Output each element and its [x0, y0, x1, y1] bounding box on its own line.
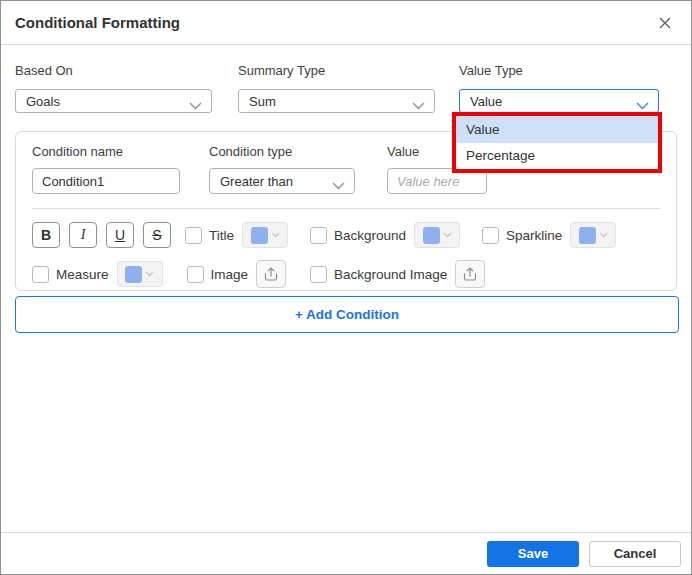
upload-icon [263, 266, 279, 282]
measure-label: Measure [56, 267, 109, 282]
image-upload-button[interactable] [256, 260, 286, 288]
value-type-value: Value [470, 94, 502, 109]
sparkline-color-picker[interactable] [570, 222, 616, 248]
chevron-down-icon [636, 98, 649, 113]
sparkline-checkbox[interactable] [482, 227, 499, 244]
sparkline-color-swatch [579, 227, 596, 244]
panel-divider [32, 208, 660, 209]
based-on-select[interactable]: Goals [15, 89, 212, 113]
title-checkbox[interactable] [185, 227, 202, 244]
italic-button[interactable]: I [69, 222, 97, 248]
based-on-label: Based On [15, 63, 212, 78]
condition-name-group: Condition name [32, 142, 180, 194]
bold-button[interactable]: B [32, 222, 60, 248]
summary-type-label: Summary Type [238, 63, 435, 78]
background-color-picker[interactable] [414, 222, 460, 248]
value-type-select[interactable]: Value [459, 89, 659, 113]
dropdown-option-percentage[interactable]: Percentage [456, 143, 658, 170]
background-color-swatch [423, 227, 440, 244]
background-image-toggle: Background Image [310, 260, 485, 288]
background-image-upload-button[interactable] [455, 260, 485, 288]
chevron-down-icon [412, 98, 425, 113]
chevron-down-icon [271, 232, 280, 238]
measure-toggle: Measure [32, 261, 163, 287]
value-type-label: Value Type [459, 63, 659, 78]
close-icon[interactable] [655, 13, 675, 33]
measure-color-picker[interactable] [117, 261, 163, 287]
condition-type-select[interactable]: Greater than [209, 168, 355, 194]
background-checkbox[interactable] [310, 227, 327, 244]
value-type-field: Value Type Value [459, 63, 659, 113]
background-image-checkbox[interactable] [310, 266, 327, 283]
format-row-2: Measure Image Background Image [32, 260, 660, 288]
add-condition-button[interactable]: + Add Condition [15, 296, 679, 333]
condition-name-label: Condition name [32, 144, 180, 159]
condition-type-label: Condition type [209, 144, 355, 159]
based-on-value: Goals [26, 94, 60, 109]
chevron-down-icon [443, 232, 452, 238]
sparkline-label: Sparkline [506, 228, 562, 243]
conditional-formatting-dialog: Conditional Formatting Based On Goals Su… [0, 0, 692, 575]
condition-type-value: Greater than [220, 174, 293, 189]
title-color-picker[interactable] [242, 222, 288, 248]
save-button[interactable]: Save [487, 541, 579, 567]
dialog-footer: Save Cancel [1, 532, 691, 574]
chevron-down-icon [189, 98, 202, 113]
summary-type-select[interactable]: Sum [238, 89, 435, 113]
strikethrough-button[interactable]: S [143, 222, 171, 248]
upload-icon [462, 266, 478, 282]
background-image-label: Background Image [334, 267, 447, 282]
measure-checkbox[interactable] [32, 266, 49, 283]
title-color-swatch [251, 227, 268, 244]
cancel-button[interactable]: Cancel [589, 541, 681, 567]
title-toggle: Title [185, 222, 288, 248]
image-checkbox[interactable] [187, 266, 204, 283]
chevron-down-icon [145, 271, 154, 277]
condition-name-input[interactable] [32, 168, 180, 194]
condition-type-group: Condition type Greater than [209, 142, 355, 194]
chevron-down-icon [332, 178, 345, 193]
underline-button[interactable]: U [106, 222, 134, 248]
background-toggle: Background [310, 222, 460, 248]
chevron-down-icon [599, 232, 608, 238]
image-label: Image [211, 267, 249, 282]
value-type-dropdown-list: Value Percentage [452, 112, 662, 173]
title-label: Title [209, 228, 234, 243]
based-on-field: Based On Goals [15, 63, 212, 113]
summary-type-field: Summary Type Sum [238, 63, 435, 113]
background-label: Background [334, 228, 406, 243]
top-controls: Based On Goals Summary Type Sum Value Ty… [1, 45, 691, 113]
dialog-header: Conditional Formatting [1, 1, 691, 45]
dialog-title: Conditional Formatting [15, 14, 180, 31]
format-row-1: B I U S Title Background [32, 221, 660, 249]
summary-type-value: Sum [249, 94, 276, 109]
dropdown-option-value[interactable]: Value [456, 116, 658, 143]
sparkline-toggle: Sparkline [482, 222, 616, 248]
measure-color-swatch [125, 266, 142, 283]
image-toggle: Image [187, 260, 287, 288]
